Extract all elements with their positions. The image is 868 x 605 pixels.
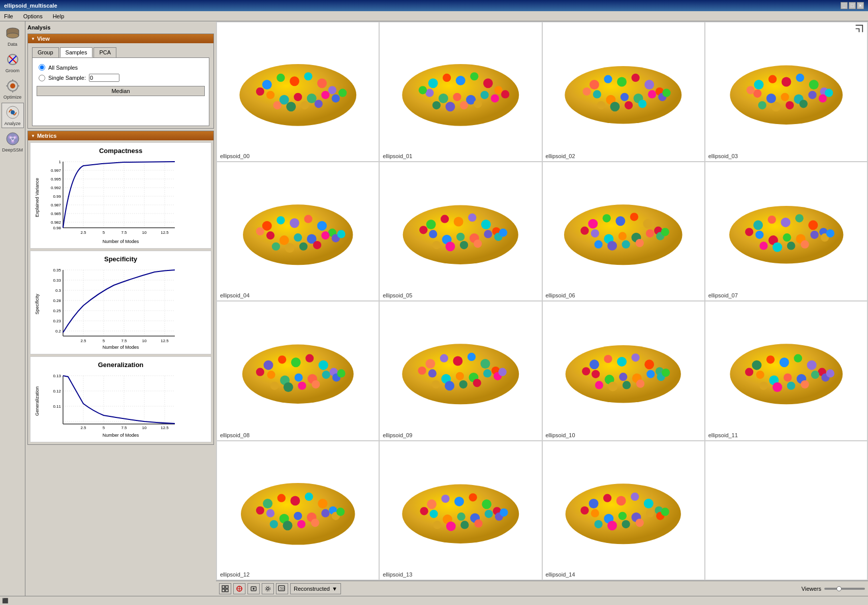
- menu-file[interactable]: File: [2, 12, 15, 20]
- svg-point-260: [322, 371, 330, 379]
- zoom-button[interactable]: 50: [276, 583, 288, 594]
- svg-point-172: [825, 89, 833, 97]
- svg-point-376: [595, 520, 603, 528]
- groom-label: Groom: [6, 68, 20, 73]
- svg-point-190: [256, 227, 264, 235]
- reconstructed-dropdown[interactable]: Reconstructed ▼: [290, 583, 341, 594]
- svg-point-338: [270, 520, 278, 528]
- svg-point-175: [276, 216, 285, 224]
- svg-point-169: [786, 101, 794, 109]
- menu-help[interactable]: Help: [51, 12, 67, 20]
- shape-label-03: ellipsoid_03: [708, 153, 738, 159]
- svg-point-158: [796, 74, 804, 82]
- generalization-chart-row: Generalization: [35, 371, 207, 432]
- svg-point-322: [800, 380, 809, 388]
- single-sample-radio[interactable]: [39, 75, 45, 81]
- svg-point-355: [485, 509, 493, 518]
- svg-point-137: [604, 75, 612, 83]
- shape-cell-02: ellipsoid_02: [542, 22, 705, 162]
- svg-point-140: [645, 80, 655, 89]
- optimize-icon-btn[interactable]: Optimize: [2, 76, 24, 102]
- shape-cell-01: ellipsoid_01: [379, 22, 542, 162]
- menu-options[interactable]: Options: [21, 12, 45, 20]
- svg-point-132: [474, 100, 482, 108]
- svg-point-113: [315, 100, 323, 108]
- optimize-label: Optimize: [4, 95, 22, 100]
- svg-point-289: [604, 355, 612, 363]
- svg-point-237: [755, 230, 763, 238]
- screenshot-button[interactable]: [247, 583, 260, 594]
- svg-point-341: [311, 519, 319, 527]
- groom-icon-btn[interactable]: Groom: [2, 50, 24, 75]
- tab-pca[interactable]: PCA: [94, 47, 116, 57]
- svg-point-300: [595, 381, 603, 389]
- close-button[interactable]: ×: [857, 2, 864, 9]
- tab-group[interactable]: Group: [32, 47, 59, 57]
- metrics-triangle-icon: ▼: [31, 134, 35, 138]
- svg-point-129: [432, 101, 441, 109]
- svg-point-166: [818, 95, 826, 103]
- svg-text:7.5: 7.5: [121, 339, 127, 343]
- dropdown-arrow-icon: ▼: [332, 586, 337, 592]
- svg-point-328: [290, 496, 300, 505]
- viewers-slider[interactable]: [824, 588, 865, 590]
- svg-point-16: [7, 133, 19, 145]
- svg-point-330: [318, 499, 327, 508]
- svg-point-309: [779, 358, 789, 368]
- svg-point-146: [648, 90, 656, 99]
- optimize-icon: [5, 78, 20, 94]
- shape-label-02: ellipsoid_02: [546, 153, 575, 159]
- analyze-icon-btn[interactable]: Analyze: [2, 103, 24, 128]
- shape-label-09: ellipsoid_09: [383, 432, 412, 438]
- shape-cell-14: ellipsoid_14: [542, 441, 705, 581]
- shape-cell-05: ellipsoid_05: [379, 162, 542, 301]
- svg-point-285: [418, 367, 426, 375]
- center-button[interactable]: [233, 583, 245, 594]
- svg-point-115: [338, 89, 347, 97]
- svg-point-138: [617, 77, 627, 87]
- svg-point-364: [589, 499, 599, 508]
- all-samples-radio[interactable]: [39, 64, 45, 71]
- svg-point-294: [592, 370, 600, 378]
- svg-point-296: [619, 373, 628, 381]
- svg-point-275: [428, 370, 437, 378]
- all-samples-row: All Samples: [39, 64, 203, 71]
- single-sample-input[interactable]: [89, 74, 119, 82]
- svg-point-256: [267, 371, 275, 379]
- generalization-svg: 0.13 0.12 0.11 2.5 5 7.5 10 12.5: [43, 371, 180, 432]
- shape-grid: ellipsoid_00: [216, 21, 868, 581]
- svg-point-272: [468, 353, 476, 361]
- svg-text:0.25: 0.25: [53, 309, 61, 313]
- svg-point-263: [284, 382, 293, 392]
- data-icon-btn[interactable]: Data: [2, 23, 24, 49]
- svg-point-347: [454, 497, 464, 506]
- menu-bar: File Options Help: [0, 11, 868, 21]
- grid-view-button[interactable]: [219, 583, 231, 594]
- svg-point-349: [482, 499, 491, 509]
- window-title: ellipsoid_multiscale: [4, 3, 57, 9]
- tab-samples[interactable]: Samples: [60, 47, 93, 57]
- svg-point-124: [439, 94, 448, 103]
- svg-point-148: [597, 101, 605, 109]
- shape-label-12: ellipsoid_12: [220, 571, 250, 578]
- generalization-y-label: Generalization: [35, 386, 42, 416]
- svg-point-207: [460, 241, 468, 249]
- deepssm-icon-btn[interactable]: DeepSSM: [2, 129, 24, 155]
- svg-point-199: [429, 230, 437, 238]
- median-button[interactable]: Median: [37, 86, 205, 96]
- svg-point-215: [630, 213, 638, 221]
- window-controls: _ □ ×: [841, 2, 864, 9]
- svg-point-196: [468, 214, 476, 222]
- svg-text:0.3: 0.3: [55, 288, 61, 293]
- svg-point-165: [808, 91, 816, 99]
- maximize-button[interactable]: □: [849, 2, 856, 9]
- svg-point-182: [294, 233, 302, 241]
- minimize-button[interactable]: _: [841, 2, 848, 9]
- svg-point-222: [646, 229, 654, 237]
- svg-point-102: [317, 79, 327, 88]
- svg-point-231: [753, 220, 763, 230]
- compactness-chart: Compactness Explained Variance: [30, 142, 211, 249]
- settings-button[interactable]: [262, 583, 274, 594]
- svg-point-188: [299, 242, 307, 250]
- svg-point-345: [427, 499, 437, 509]
